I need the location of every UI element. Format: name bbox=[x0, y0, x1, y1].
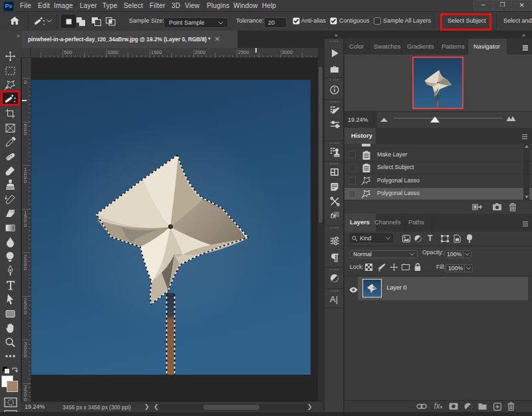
svg-text:fx: fx bbox=[331, 212, 336, 220]
